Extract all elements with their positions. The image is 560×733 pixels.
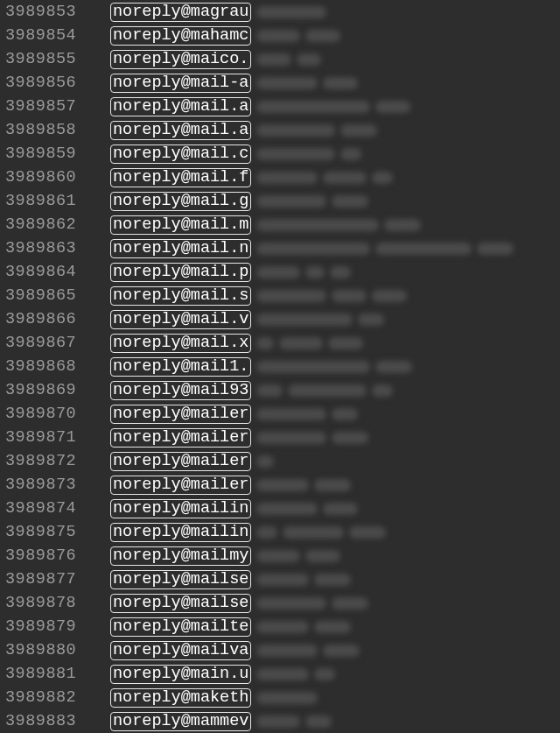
obscured-word xyxy=(323,77,358,89)
obscured-text xyxy=(256,503,358,515)
obscured-text xyxy=(256,574,351,586)
match-cell[interactable]: noreply@maketh xyxy=(110,687,318,708)
line-number: 3989875 xyxy=(0,520,110,544)
match-cell[interactable]: noreply@mail.c xyxy=(110,144,361,165)
result-row: 3989860noreply@mail.f xyxy=(0,166,560,189)
match-highlight: noreply@mail.x xyxy=(110,334,251,353)
result-row: 3989877noreply@mailse xyxy=(0,567,560,591)
result-row: 3989864noreply@mail.p xyxy=(0,260,560,284)
match-cell[interactable]: noreply@mail93 xyxy=(110,380,393,401)
obscured-text xyxy=(256,124,377,137)
obscured-word xyxy=(256,408,326,420)
match-highlight: noreply@mailse xyxy=(110,594,251,613)
match-highlight: noreply@mailmy xyxy=(110,546,251,566)
obscured-word xyxy=(288,384,367,397)
obscured-word xyxy=(332,408,358,420)
obscured-word xyxy=(256,266,300,278)
match-highlight: noreply@mail.a xyxy=(110,121,251,140)
obscured-text xyxy=(256,219,421,231)
match-highlight: noreply@mail.a xyxy=(110,97,251,116)
match-cell[interactable]: noreply@mailin xyxy=(110,522,386,543)
obscured-word xyxy=(256,621,309,633)
match-cell[interactable]: noreply@mailmy xyxy=(110,546,340,567)
match-cell[interactable]: noreply@mammev xyxy=(110,711,332,732)
obscured-word xyxy=(477,243,514,255)
line-number: 3989859 xyxy=(0,142,110,166)
match-cell[interactable]: noreply@mailva xyxy=(110,640,360,661)
result-row: 3989879noreply@mailte xyxy=(0,615,560,638)
result-row: 3989882noreply@maketh xyxy=(0,686,560,709)
obscured-text xyxy=(256,455,274,468)
obscured-word xyxy=(328,337,363,349)
line-number: 3989874 xyxy=(0,497,110,520)
match-cell[interactable]: noreply@mailer xyxy=(110,451,274,472)
match-cell[interactable]: noreply@mail.p xyxy=(110,262,351,283)
obscured-word xyxy=(314,621,351,633)
obscured-word xyxy=(375,101,410,113)
obscured-text xyxy=(256,148,361,160)
match-cell[interactable]: noreply@mail.v xyxy=(110,309,384,330)
match-cell[interactable]: noreply@mailse xyxy=(110,593,368,614)
match-highlight: noreply@mail.c xyxy=(110,144,251,164)
obscured-word xyxy=(256,337,274,349)
obscured-word xyxy=(256,550,300,562)
match-cell[interactable]: noreply@mail.a xyxy=(110,120,377,141)
match-cell[interactable]: noreply@mailer xyxy=(110,427,368,448)
result-row: 3989856noreply@mail-a xyxy=(0,71,560,95)
obscured-word xyxy=(256,53,291,66)
line-number: 3989857 xyxy=(0,95,110,118)
match-cell[interactable]: noreply@magrau xyxy=(110,2,326,23)
match-cell[interactable]: noreply@maico. xyxy=(110,49,321,70)
match-cell[interactable]: noreply@mail.f xyxy=(110,167,393,188)
line-number: 3989878 xyxy=(0,591,110,615)
obscured-word xyxy=(323,172,367,184)
obscured-word xyxy=(283,526,344,539)
obscured-text xyxy=(256,384,393,397)
result-row: 3989858noreply@mail.a xyxy=(0,118,560,142)
match-cell[interactable]: noreply@mailte xyxy=(110,617,351,638)
match-highlight: noreply@mailer xyxy=(110,428,251,448)
obscured-word xyxy=(256,455,274,468)
match-cell[interactable]: noreply@mailin xyxy=(110,498,358,519)
match-highlight: noreply@maketh xyxy=(110,688,251,708)
match-cell[interactable]: noreply@mail1. xyxy=(110,356,412,377)
obscured-word xyxy=(256,148,335,160)
match-cell[interactable]: noreply@mail.g xyxy=(110,191,368,212)
obscured-text xyxy=(256,715,332,728)
obscured-text xyxy=(256,645,360,657)
obscured-text xyxy=(256,30,340,42)
obscured-word xyxy=(256,526,277,539)
obscured-word xyxy=(256,77,318,89)
match-cell[interactable]: noreply@mahamc xyxy=(110,25,340,46)
obscured-word xyxy=(305,715,332,728)
obscured-text xyxy=(256,526,386,539)
match-cell[interactable]: noreply@mail.a xyxy=(110,96,410,117)
match-cell[interactable]: noreply@mailer xyxy=(110,404,358,425)
obscured-text xyxy=(256,550,340,562)
line-number: 3989866 xyxy=(0,307,110,331)
line-number: 3989872 xyxy=(0,449,110,473)
match-cell[interactable]: noreply@mailse xyxy=(110,569,351,590)
line-number: 3989877 xyxy=(0,567,110,591)
line-number: 3989869 xyxy=(0,378,110,402)
line-number: 3989862 xyxy=(0,213,110,236)
match-highlight: noreply@mail.n xyxy=(110,239,251,258)
match-cell[interactable]: noreply@mail.x xyxy=(110,333,363,354)
obscured-text xyxy=(256,361,412,373)
match-cell[interactable]: noreply@mail.m xyxy=(110,215,421,236)
match-cell[interactable]: noreply@main.u xyxy=(110,664,335,685)
obscured-word xyxy=(256,6,326,18)
obscured-text xyxy=(256,290,407,302)
match-highlight: noreply@mail.v xyxy=(110,310,251,329)
line-number: 3989853 xyxy=(0,0,110,24)
obscured-word xyxy=(305,30,340,42)
match-highlight: noreply@maico. xyxy=(110,50,251,69)
match-cell[interactable]: noreply@mail.s xyxy=(110,285,407,307)
result-row: 3989863noreply@mail.n xyxy=(0,236,560,260)
obscured-word xyxy=(279,337,323,349)
match-cell[interactable]: noreply@mail.n xyxy=(110,238,514,259)
line-number: 3989854 xyxy=(0,24,110,47)
match-cell[interactable]: noreply@mail-a xyxy=(110,73,358,94)
match-cell[interactable]: noreply@mailer xyxy=(110,475,351,496)
obscured-text xyxy=(256,243,514,255)
